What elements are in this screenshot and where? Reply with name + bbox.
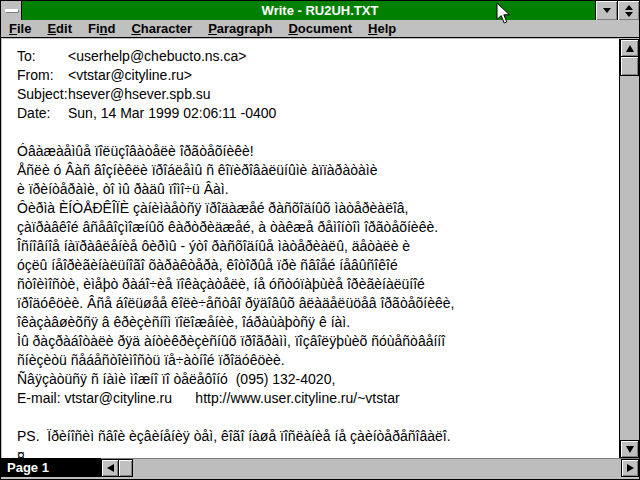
minimize-icon — [603, 8, 611, 13]
bottom-bar: Page 1 — [1, 458, 639, 477]
menu-help[interactable]: Help — [368, 21, 396, 36]
text-line: E-mail: vtstar@cityline.ru http://www.us… — [17, 389, 620, 408]
email-body: Óâàæàåìûå ïîëüçîâàòåëè îðãòåõíèêè!Åñëè ó… — [17, 142, 620, 458]
horizontal-scrollbar[interactable] — [101, 458, 639, 477]
titlebar: Write - RU2UH.TXT — [1, 1, 639, 20]
text-line: Åñëè ó Âàñ âîçíèêëè ïðîáëåìû ñ êîïèðîâàë… — [17, 161, 620, 180]
text-line: îêàçàâøèõñÿ â êðèçèñíîì ïîëîæåíèè, îáðàù… — [17, 313, 620, 332]
scroll-up-button[interactable] — [620, 39, 639, 57]
text-line: çàïðàâêîé âñåâîçìîæíûõ êàðòðèäæåé, à òàê… — [17, 218, 620, 237]
vertical-scrollbar[interactable] — [619, 39, 639, 458]
text-line: ¤ — [17, 446, 620, 458]
write-window: Write - RU2UH.TXT FileEditFindCharacterP… — [0, 0, 640, 480]
text-line: ñíèçèòü ñåáåñòîèìîñòü ïå÷àòíîé ïðîäóêöèè… — [17, 351, 620, 370]
scroll-down-icon — [626, 446, 634, 453]
document-area[interactable]: To:<userhelp@chebucto.ns.ca>From:<vtstar… — [2, 39, 620, 458]
status-bar: Page 1 — [1, 458, 101, 477]
text-line: ïðîäóêöèè. Âñå áîëüøåå êîëè÷åñòâî ðÿäîâû… — [17, 294, 620, 313]
menu-file[interactable]: File — [9, 21, 31, 36]
text-line: ñòîèìîñòè, èìåþò ðàáî÷èå ïîêàçàòåëè, íå … — [17, 275, 620, 294]
menu-document[interactable]: Document — [288, 21, 352, 36]
scroll-left-icon — [107, 464, 114, 472]
restore-down-icon — [625, 12, 633, 17]
header-line: Subject:hsever@hsever.spb.su — [17, 85, 620, 104]
menu-edit[interactable]: Edit — [47, 21, 72, 36]
window-title: Write - RU2UH.TXT — [1, 1, 639, 20]
scroll-down-button[interactable] — [620, 440, 639, 458]
text-line — [17, 408, 620, 427]
text-line: è ïðèíòåðàìè, òî ìû ðàäû ïîìî÷ü Âàì. — [17, 180, 620, 199]
scroll-right-button[interactable] — [621, 459, 639, 477]
control-menu-icon — [5, 9, 18, 12]
vertical-scroll-thumb[interactable] — [620, 57, 639, 76]
titlebar-buttons — [595, 1, 639, 20]
restore-up-icon — [625, 5, 633, 10]
restore-button[interactable] — [617, 1, 639, 20]
text-line: Ìû ðàçðàáîòàëè ðÿä àíòèêðèçèñíûõ ïðîãðàì… — [17, 332, 620, 351]
menu-character[interactable]: Character — [131, 21, 192, 36]
text-line: Ôèðìà ÈÍÒÅÐÊÎÏÈ çàíèìàåòñÿ ïðîäàæåé ðàñõ… — [17, 199, 620, 218]
control-menu-button[interactable] — [1, 1, 22, 20]
text-line: Îñíîâíîå íàïðàâëåíèå ôèðìû - ýòî ðàñõîäí… — [17, 237, 620, 256]
header-line: Date:Sun, 14 Mar 1999 02:06:11 -0400 — [17, 104, 620, 123]
scroll-up-icon — [626, 45, 634, 52]
text-line: Óâàæàåìûå ïîëüçîâàòåëè îðãòåõíèêè! — [17, 142, 620, 161]
menu-find[interactable]: Find — [88, 21, 115, 36]
header-line: From:<vtstar@cityline.ru> — [17, 66, 620, 85]
text-line: Ñâÿçàòüñÿ ñ íàìè ìîæíî ïî òåëåôîíó (095)… — [17, 370, 620, 389]
minimize-button[interactable] — [595, 1, 617, 20]
horizontal-scroll-thumb[interactable] — [119, 459, 133, 477]
menu-paragraph[interactable]: Paragraph — [208, 21, 272, 36]
header-line: To:<userhelp@chebucto.ns.ca> — [17, 47, 620, 66]
email-headers: To:<userhelp@chebucto.ns.ca>From:<vtstar… — [17, 47, 620, 123]
text-line: óçëû íåîðèãèíàëüíîãî õàðàêòåðà, êîòîðûå … — [17, 256, 620, 275]
menubar: FileEditFindCharacterParagraphDocumentHe… — [1, 20, 639, 38]
scroll-left-button[interactable] — [101, 459, 119, 477]
text-line: PS. Ïðèíîñèì ñâîè èçâèíåíèÿ òåì, êîãî íà… — [17, 427, 620, 446]
scroll-right-icon — [627, 464, 634, 472]
page-indicator: Page 1 — [7, 460, 49, 475]
